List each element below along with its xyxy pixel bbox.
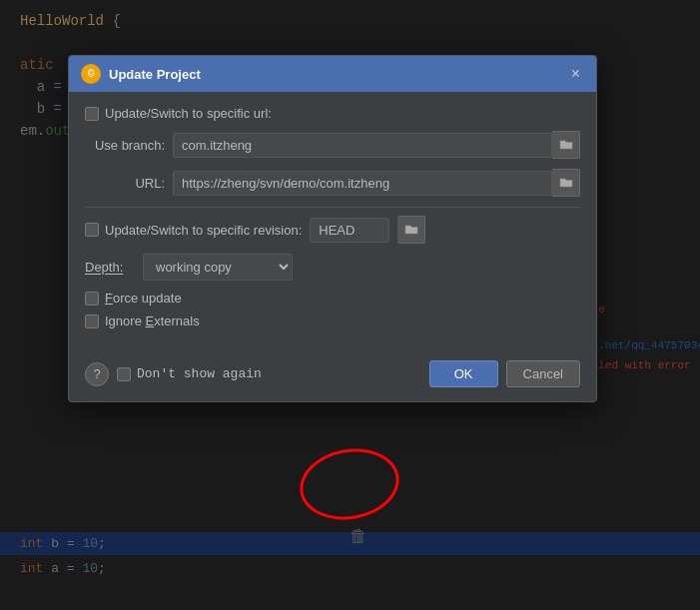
- ignore-externals-checkbox[interactable]: [85, 314, 99, 328]
- ok-button[interactable]: OK: [429, 360, 498, 387]
- url-input-group: [173, 169, 580, 197]
- dialog-body: Update/Switch to specific url: Use branc…: [69, 92, 596, 350]
- update-switch-revision-label: Update/Switch to specific revision:: [105, 223, 302, 238]
- force-update-checkbox[interactable]: [85, 292, 99, 305]
- cancel-button[interactable]: Cancel: [506, 360, 580, 387]
- ignore-externals-label: Ignore Externals: [105, 313, 200, 328]
- ignore-externals-checkbox-label[interactable]: Ignore Externals: [85, 313, 200, 328]
- separator-1: [85, 207, 580, 208]
- ignore-externals-row: Ignore Externals: [85, 313, 580, 328]
- help-button[interactable]: ?: [85, 362, 109, 386]
- use-branch-input-group: [173, 131, 580, 159]
- url-folder-button[interactable]: [552, 169, 580, 197]
- update-switch-revision-checkbox-label[interactable]: Update/Switch to specific revision:: [85, 223, 302, 238]
- url-row: URL:: [85, 169, 580, 197]
- update-switch-revision-checkbox[interactable]: [85, 223, 99, 237]
- update-switch-url-checkbox-label[interactable]: Update/Switch to specific url:: [85, 106, 272, 121]
- depth-label: Depth:: [85, 260, 135, 275]
- use-branch-label: Use branch:: [85, 138, 165, 153]
- dialog-title: Update Project: [109, 67, 559, 82]
- use-branch-input[interactable]: [173, 133, 552, 158]
- force-update-checkbox-label[interactable]: Force update: [85, 291, 182, 305]
- update-switch-revision-row: Update/Switch to specific revision:: [85, 216, 580, 244]
- dont-show-again-text: Don't show again: [137, 366, 262, 381]
- update-switch-url-checkbox[interactable]: [85, 107, 99, 121]
- update-switch-url-label: Update/Switch to specific url:: [105, 106, 272, 121]
- dialog-footer: ? Don't show again OK Cancel: [69, 350, 596, 401]
- update-switch-url-row: Update/Switch to specific url:: [85, 106, 580, 121]
- force-update-row: Force update: [85, 291, 580, 305]
- force-update-label: Force update: [105, 291, 182, 305]
- revision-input[interactable]: [310, 218, 389, 243]
- use-branch-row: Use branch:: [85, 131, 580, 159]
- use-branch-folder-button[interactable]: [552, 131, 580, 159]
- url-input[interactable]: [173, 171, 552, 196]
- depth-row: Depth: working copy infinity immediates …: [85, 254, 580, 281]
- dialog-titlebar: © Update Project ×: [69, 56, 596, 92]
- revision-folder-button[interactable]: [397, 216, 425, 244]
- dont-show-again-label[interactable]: Don't show again: [117, 366, 421, 381]
- dialog-app-icon: ©: [81, 64, 101, 84]
- dialog-close-button[interactable]: ×: [567, 66, 584, 82]
- depth-select[interactable]: working copy infinity immediates files e…: [143, 254, 293, 281]
- update-project-dialog: © Update Project × Update/Switch to spec…: [68, 55, 597, 402]
- url-label: URL:: [85, 176, 165, 191]
- dont-show-again-checkbox[interactable]: [117, 367, 131, 381]
